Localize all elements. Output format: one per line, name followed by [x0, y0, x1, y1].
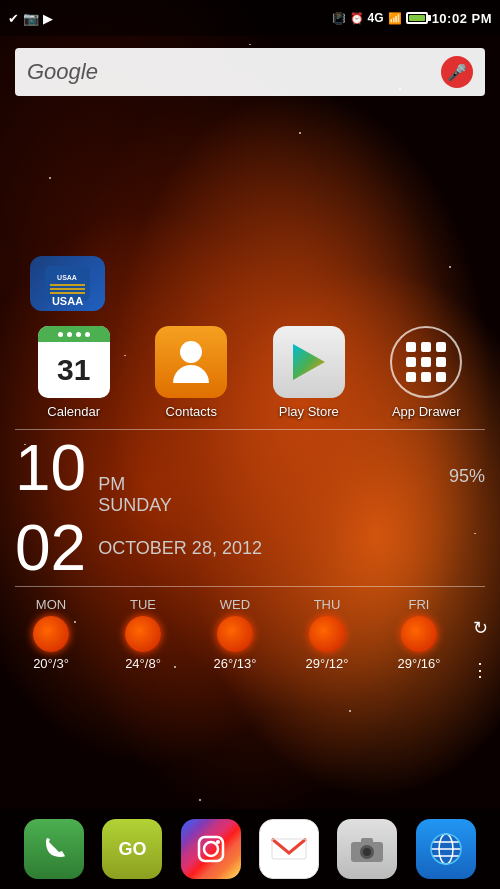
- clock-ampm: PM: [98, 474, 172, 495]
- weather-icon-fri: [401, 616, 437, 652]
- instagram-status-icon: 📷: [23, 11, 39, 26]
- weather-temp-thu: 29°/12°: [306, 656, 349, 671]
- weather-icon-mon: [33, 616, 69, 652]
- dock: GO: [0, 809, 500, 889]
- calendar-top: [38, 326, 110, 342]
- calendar-app-item[interactable]: 31 Calendar: [19, 326, 129, 419]
- mic-icon[interactable]: 🎤: [441, 56, 473, 88]
- playstore-icon[interactable]: [273, 326, 345, 398]
- appdrawer-label: App Drawer: [392, 404, 461, 419]
- weather-section: MON 20°/3° TUE 24°/8° WED 26°/13° THU 29…: [5, 597, 495, 681]
- status-right-icons: 📳 ⏰ 4G 📶 10:02 PM: [332, 11, 492, 26]
- svg-point-7: [204, 842, 218, 856]
- svg-rect-0: [45, 266, 90, 301]
- weather-days: MON 20°/3° TUE 24°/8° WED 26°/13° THU 29…: [5, 597, 495, 681]
- appdrawer-app-item[interactable]: App Drawer: [371, 326, 481, 419]
- dock-go-sms[interactable]: GO: [102, 819, 162, 879]
- clock-dayofweek: SUNDAY: [98, 495, 172, 516]
- dock-gmail[interactable]: [259, 819, 319, 879]
- search-text: Google: [27, 59, 441, 85]
- instagram-icon[interactable]: [181, 819, 241, 879]
- play-status-icon: ▶: [43, 11, 53, 26]
- camera-icon[interactable]: [337, 819, 397, 879]
- weather-temp-tue: 24°/8°: [125, 656, 161, 671]
- dock-phone[interactable]: [24, 819, 84, 879]
- playstore-label: Play Store: [279, 404, 339, 419]
- dock-instagram[interactable]: [181, 819, 241, 879]
- dock-browser[interactable]: [416, 819, 476, 879]
- svg-rect-2: [50, 284, 85, 286]
- usaa-app-icon[interactable]: USAA: [30, 256, 105, 311]
- weather-day-label-mon: MON: [36, 597, 66, 612]
- weather-icon-thu: [309, 616, 345, 652]
- battery-container: [406, 12, 428, 24]
- weather-temp-mon: 20°/3°: [33, 656, 69, 671]
- browser-icon[interactable]: [416, 819, 476, 879]
- weather-temp-fri: 29°/16°: [398, 656, 441, 671]
- phone-icon[interactable]: [24, 819, 84, 879]
- contacts-label: Contacts: [166, 404, 217, 419]
- person-body: [173, 365, 209, 383]
- weather-day-tue: TUE 24°/8°: [103, 597, 183, 671]
- calendar-date-number: 31: [38, 342, 110, 398]
- checkmark-icon: ✔: [8, 11, 19, 26]
- status-bar: ✔ 📷 ▶ 📳 ⏰ 4G 📶 10:02 PM: [0, 0, 500, 36]
- weather-temp-wed: 26°/13°: [214, 656, 257, 671]
- svg-rect-4: [50, 292, 85, 294]
- network-type: 4G: [368, 11, 384, 25]
- weather-day-wed: WED 26°/13°: [195, 597, 275, 671]
- weather-day-fri: FRI 29°/16°: [379, 597, 459, 671]
- alarm-icon: ⏰: [350, 12, 364, 25]
- app-icons-row: 31 Calendar Contacts: [10, 326, 490, 419]
- appdrawer-icon[interactable]: [390, 326, 462, 398]
- clock-battery-percent: 95%: [449, 466, 485, 487]
- gmail-icon[interactable]: [259, 819, 319, 879]
- weather-icon-wed: [217, 616, 253, 652]
- battery-icon: [406, 12, 428, 24]
- dock-camera[interactable]: [337, 819, 397, 879]
- weather-day-label-thu: THU: [314, 597, 341, 612]
- status-left-icons: ✔ 📷 ▶: [8, 11, 53, 26]
- person-head: [180, 341, 202, 363]
- calendar-label: Calendar: [47, 404, 100, 419]
- signal-icon: 📶: [388, 12, 402, 25]
- time-display: 10:02 PM: [432, 11, 492, 26]
- clock-minute: 02: [15, 516, 86, 580]
- contacts-icon[interactable]: [155, 326, 227, 398]
- svg-point-12: [363, 848, 371, 856]
- weather-icon-tue: [125, 616, 161, 652]
- svg-marker-5: [293, 344, 325, 380]
- weather-day-label-fri: FRI: [409, 597, 430, 612]
- svg-point-8: [216, 840, 220, 844]
- playstore-app-item[interactable]: Play Store: [254, 326, 364, 419]
- dots-grid: [406, 342, 446, 382]
- svg-rect-13: [361, 838, 373, 844]
- google-search-bar[interactable]: Google 🎤: [15, 48, 485, 96]
- weather-more-button[interactable]: ⋮: [471, 659, 489, 681]
- svg-rect-3: [50, 288, 85, 290]
- svg-text:USAA: USAA: [57, 274, 77, 281]
- go-icon[interactable]: GO: [102, 819, 162, 879]
- clock-hour: 10: [15, 436, 86, 500]
- weather-refresh-button[interactable]: ↻: [473, 617, 488, 639]
- play-logo: [287, 340, 331, 384]
- vibrate-icon: 📳: [332, 12, 346, 25]
- contacts-app-item[interactable]: Contacts: [136, 326, 246, 419]
- clock-widget: 10 PM SUNDAY 95% 02 OCTOBER 28, 2012: [15, 429, 485, 587]
- calendar-icon[interactable]: 31: [38, 326, 110, 398]
- weather-day-mon: MON 20°/3°: [11, 597, 91, 671]
- app-icons-section: USAA 31 Calendar: [0, 256, 500, 419]
- clock-date: OCTOBER 28, 2012: [98, 538, 262, 559]
- weather-day-label-tue: TUE: [130, 597, 156, 612]
- weather-day-thu: THU 29°/12°: [287, 597, 367, 671]
- weather-day-label-wed: WED: [220, 597, 250, 612]
